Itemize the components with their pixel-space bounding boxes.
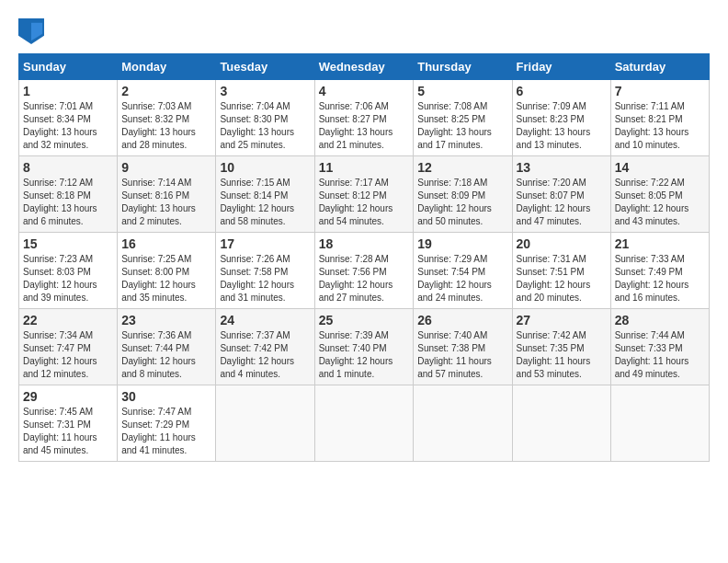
week-row-1: 1Sunrise: 7:01 AM Sunset: 8:34 PM Daylig… [19,80,710,156]
day-info: Sunrise: 7:22 AM Sunset: 8:05 PM Dayligh… [615,177,705,228]
calendar-cell: 7Sunrise: 7:11 AM Sunset: 8:21 PM Daylig… [610,80,709,156]
day-info: Sunrise: 7:37 AM Sunset: 7:42 PM Dayligh… [220,329,310,381]
day-info: Sunrise: 7:17 AM Sunset: 8:12 PM Dayligh… [319,177,410,228]
calendar-cell: 2Sunrise: 7:03 AM Sunset: 8:32 PM Daylig… [118,80,216,156]
day-info: Sunrise: 7:09 AM Sunset: 8:23 PM Dayligh… [517,100,607,152]
day-info: Sunrise: 7:15 AM Sunset: 8:14 PM Dayligh… [220,177,310,228]
day-info: Sunrise: 7:44 AM Sunset: 7:33 PM Dayligh… [615,329,705,381]
page-header [18,18,710,44]
day-number: 26 [417,313,507,327]
calendar-cell [512,385,610,462]
week-row-3: 15Sunrise: 7:23 AM Sunset: 8:03 PM Dayli… [19,233,710,309]
day-header-wednesday: Wednesday [314,54,414,80]
calendar-cell: 9Sunrise: 7:14 AM Sunset: 8:16 PM Daylig… [118,156,216,233]
day-header-thursday: Thursday [414,54,512,80]
day-number: 18 [319,236,410,251]
calendar-cell: 12Sunrise: 7:18 AM Sunset: 8:09 PM Dayli… [414,156,512,233]
calendar-cell: 25Sunrise: 7:39 AM Sunset: 7:40 PM Dayli… [314,309,414,385]
calendar-cell: 17Sunrise: 7:26 AM Sunset: 7:58 PM Dayli… [216,233,314,309]
day-number: 6 [517,84,607,98]
calendar-cell [216,385,314,462]
logo [18,18,48,44]
day-info: Sunrise: 7:01 AM Sunset: 8:34 PM Dayligh… [23,100,113,152]
day-number: 3 [220,84,310,98]
calendar-cell: 21Sunrise: 7:33 AM Sunset: 7:49 PM Dayli… [610,233,709,309]
day-info: Sunrise: 7:28 AM Sunset: 7:56 PM Dayligh… [319,253,410,304]
calendar-cell: 30Sunrise: 7:47 AM Sunset: 7:29 PM Dayli… [118,385,216,462]
day-number: 24 [220,313,310,327]
day-number: 4 [319,84,410,98]
day-info: Sunrise: 7:40 AM Sunset: 7:38 PM Dayligh… [417,329,507,381]
calendar-cell: 26Sunrise: 7:40 AM Sunset: 7:38 PM Dayli… [414,309,512,385]
day-number: 17 [220,236,310,251]
day-number: 29 [23,389,113,404]
calendar-cell: 11Sunrise: 7:17 AM Sunset: 8:12 PM Dayli… [314,156,414,233]
calendar-cell: 18Sunrise: 7:28 AM Sunset: 7:56 PM Dayli… [314,233,414,309]
day-number: 2 [121,84,211,98]
day-header-friday: Friday [512,54,610,80]
day-info: Sunrise: 7:04 AM Sunset: 8:30 PM Dayligh… [220,100,310,152]
day-number: 11 [319,160,410,175]
day-info: Sunrise: 7:33 AM Sunset: 7:49 PM Dayligh… [615,253,705,304]
calendar-cell: 29Sunrise: 7:45 AM Sunset: 7:31 PM Dayli… [19,385,118,462]
calendar-cell: 20Sunrise: 7:31 AM Sunset: 7:51 PM Dayli… [512,233,610,309]
day-header-sunday: Sunday [19,54,118,80]
calendar-cell: 16Sunrise: 7:25 AM Sunset: 8:00 PM Dayli… [118,233,216,309]
calendar-cell: 22Sunrise: 7:34 AM Sunset: 7:47 PM Dayli… [19,309,118,385]
day-info: Sunrise: 7:26 AM Sunset: 7:58 PM Dayligh… [220,253,310,304]
day-number: 14 [615,160,705,175]
calendar-cell: 8Sunrise: 7:12 AM Sunset: 8:18 PM Daylig… [19,156,118,233]
day-number: 27 [517,313,607,327]
day-header-tuesday: Tuesday [216,54,314,80]
day-info: Sunrise: 7:06 AM Sunset: 8:27 PM Dayligh… [319,100,410,152]
calendar-cell: 15Sunrise: 7:23 AM Sunset: 8:03 PM Dayli… [19,233,118,309]
day-info: Sunrise: 7:29 AM Sunset: 7:54 PM Dayligh… [417,253,507,304]
calendar-cell: 13Sunrise: 7:20 AM Sunset: 8:07 PM Dayli… [512,156,610,233]
day-number: 28 [615,313,705,327]
day-info: Sunrise: 7:25 AM Sunset: 8:00 PM Dayligh… [121,253,211,304]
day-header-monday: Monday [118,54,216,80]
day-number: 1 [23,84,113,98]
day-header-saturday: Saturday [610,54,709,80]
day-info: Sunrise: 7:23 AM Sunset: 8:03 PM Dayligh… [23,253,113,304]
day-number: 7 [615,84,705,98]
day-number: 20 [517,236,607,251]
day-number: 9 [121,160,211,175]
day-number: 19 [417,236,507,251]
calendar-cell: 1Sunrise: 7:01 AM Sunset: 8:34 PM Daylig… [19,80,118,156]
day-info: Sunrise: 7:34 AM Sunset: 7:47 PM Dayligh… [23,329,113,381]
week-row-5: 29Sunrise: 7:45 AM Sunset: 7:31 PM Dayli… [19,385,710,462]
day-info: Sunrise: 7:14 AM Sunset: 8:16 PM Dayligh… [121,177,211,228]
day-number: 21 [615,236,705,251]
calendar-cell: 14Sunrise: 7:22 AM Sunset: 8:05 PM Dayli… [610,156,709,233]
calendar-cell: 5Sunrise: 7:08 AM Sunset: 8:25 PM Daylig… [414,80,512,156]
day-info: Sunrise: 7:12 AM Sunset: 8:18 PM Dayligh… [23,177,113,228]
calendar-cell: 10Sunrise: 7:15 AM Sunset: 8:14 PM Dayli… [216,156,314,233]
day-info: Sunrise: 7:45 AM Sunset: 7:31 PM Dayligh… [23,406,113,457]
day-info: Sunrise: 7:47 AM Sunset: 7:29 PM Dayligh… [121,406,211,457]
logo-icon [18,18,44,44]
day-info: Sunrise: 7:39 AM Sunset: 7:40 PM Dayligh… [319,329,410,381]
day-info: Sunrise: 7:42 AM Sunset: 7:35 PM Dayligh… [517,329,607,381]
day-number: 22 [23,313,113,327]
calendar-cell: 19Sunrise: 7:29 AM Sunset: 7:54 PM Dayli… [414,233,512,309]
day-info: Sunrise: 7:08 AM Sunset: 8:25 PM Dayligh… [417,100,507,152]
day-number: 16 [121,236,211,251]
week-row-2: 8Sunrise: 7:12 AM Sunset: 8:18 PM Daylig… [19,156,710,233]
week-row-4: 22Sunrise: 7:34 AM Sunset: 7:47 PM Dayli… [19,309,710,385]
day-number: 8 [23,160,113,175]
calendar-cell: 27Sunrise: 7:42 AM Sunset: 7:35 PM Dayli… [512,309,610,385]
calendar-cell [314,385,414,462]
calendar-cell [414,385,512,462]
day-number: 23 [121,313,211,327]
day-info: Sunrise: 7:31 AM Sunset: 7:51 PM Dayligh… [517,253,607,304]
day-info: Sunrise: 7:20 AM Sunset: 8:07 PM Dayligh… [517,177,607,228]
day-number: 15 [23,236,113,251]
calendar-table: SundayMondayTuesdayWednesdayThursdayFrid… [18,53,710,462]
calendar-cell [610,385,709,462]
calendar-cell: 28Sunrise: 7:44 AM Sunset: 7:33 PM Dayli… [610,309,709,385]
day-info: Sunrise: 7:11 AM Sunset: 8:21 PM Dayligh… [615,100,705,152]
calendar-cell: 23Sunrise: 7:36 AM Sunset: 7:44 PM Dayli… [118,309,216,385]
day-number: 10 [220,160,310,175]
day-info: Sunrise: 7:03 AM Sunset: 8:32 PM Dayligh… [121,100,211,152]
